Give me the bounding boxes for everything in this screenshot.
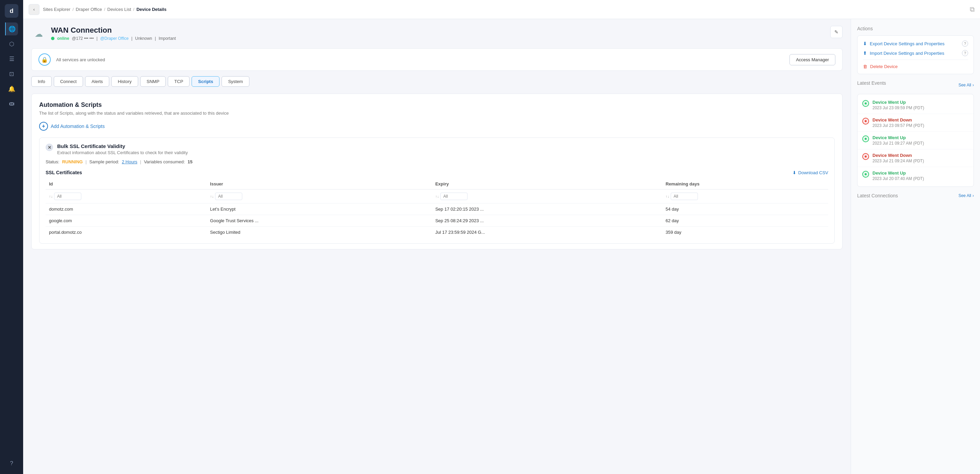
tab-info[interactable]: Info <box>31 76 52 87</box>
breadcrumb-sites[interactable]: Sites Explorer <box>43 7 70 12</box>
variables-value: 15 <box>188 159 192 164</box>
filter-remaining[interactable] <box>671 192 698 200</box>
device-office-link[interactable]: @Draper Office <box>100 36 129 41</box>
status-dot <box>51 37 54 40</box>
event-status-dot <box>862 100 869 107</box>
event-time: 2023 Jul 21 09:27 AM (PDT) <box>872 141 924 146</box>
nav-list[interactable]: ☰ <box>5 52 18 65</box>
tab-history[interactable]: History <box>111 76 138 87</box>
cell-issuer: Let's Encrypt <box>207 204 432 215</box>
nav-help[interactable]: ? <box>5 457 18 470</box>
script-status-value: RUNNING <box>62 159 83 164</box>
sample-period-value[interactable]: 2 Hours <box>122 159 137 164</box>
connections-see-all[interactable]: See All › <box>959 193 974 198</box>
export-help-icon[interactable]: ? <box>962 40 968 47</box>
table-row: domotz.com Let's Encrypt Sep 17 02:20:15… <box>46 204 828 215</box>
cell-expiry: Jul 17 23:59:59 2024 G... <box>432 227 662 238</box>
filter-id[interactable] <box>54 192 81 200</box>
event-name: Device Went Up <box>872 135 924 140</box>
event-time: 2023 Jul 21 09:24 AM (PDT) <box>872 159 924 163</box>
tab-bar: Info Connect Alerts History SNMP TCP Scr… <box>31 76 843 87</box>
export-action-link[interactable]: ⬇ Export Device Settings and Properties … <box>863 40 968 47</box>
import-help-icon[interactable]: ? <box>962 50 968 56</box>
nav-ticket[interactable]: 🎟 <box>5 97 18 110</box>
edit-device-button[interactable]: ✎ <box>830 26 843 38</box>
breadcrumb-office[interactable]: Draper Office <box>76 7 102 12</box>
filter-expiry[interactable] <box>440 192 468 200</box>
device-header: ☁ WAN Connection online @172 ••• ••• | @… <box>31 26 843 41</box>
col-issuer: Issuer <box>207 179 432 189</box>
breadcrumb-sep-2: / <box>104 7 105 12</box>
status-label: Status: <box>46 159 59 164</box>
app-logo: d <box>5 4 18 18</box>
delete-label: Delete Device <box>870 64 898 69</box>
nav-monitor[interactable]: ⊡ <box>5 67 18 80</box>
variables-label: Variables consumed: <box>144 159 185 164</box>
access-bar: 🔒 All services are unlocked Access Manag… <box>31 48 843 71</box>
tab-snmp[interactable]: SNMP <box>140 76 166 87</box>
tab-scripts[interactable]: Scripts <box>192 76 220 87</box>
script-card-header: ✕ Bulk SSL Certificate Validity Extract … <box>46 143 828 155</box>
event-item: Device Went Up 2023 Jul 21 09:27 AM (PDT… <box>858 132 974 150</box>
event-name: Device Went Up <box>872 170 924 176</box>
tab-connect[interactable]: Connect <box>54 76 83 87</box>
remove-script-button[interactable]: ✕ <box>46 143 53 151</box>
nav-globe[interactable]: 🌐 <box>5 22 18 35</box>
events-see-all[interactable]: See All › <box>959 83 974 87</box>
tab-system[interactable]: System <box>221 76 249 87</box>
ssl-section: SSL Certificates ⬇ Download CSV <box>46 170 828 238</box>
device-ip: @172 ••• ••• <box>72 36 94 41</box>
connections-header: Latest Connections See All › <box>857 193 974 198</box>
nav-cube[interactable]: ⬡ <box>5 37 18 50</box>
import-action-link[interactable]: ⬆ Import Device Settings and Properties … <box>863 50 968 56</box>
breadcrumb-current: Device Details <box>137 7 166 12</box>
script-card: ✕ Bulk SSL Certificate Validity Extract … <box>39 137 835 243</box>
table-row: google.com Google Trust Services ... Sep… <box>46 215 828 227</box>
col-id: Id <box>46 179 207 189</box>
event-time: 2023 Jul 23 09:59 PM (PDT) <box>872 105 924 110</box>
add-label: Add Automation & Scripts <box>51 124 105 129</box>
download-icon: ⬇ <box>792 170 796 175</box>
breadcrumb-devices[interactable]: Devices List <box>107 7 131 12</box>
event-time: 2023 Jul 20 07:40 AM (PDT) <box>872 176 924 181</box>
device-status: online <box>57 36 69 41</box>
table-row: portal.domotz.co Sectigo Limited Jul 17 … <box>46 227 828 238</box>
breadcrumb-sep-3: / <box>133 7 134 12</box>
script-info: Bulk SSL Certificate Validity Extract in… <box>57 143 188 155</box>
events-header: Latest Events See All › <box>857 80 974 90</box>
tab-tcp[interactable]: TCP <box>168 76 189 87</box>
ssl-title: SSL Certificates <box>46 170 82 175</box>
back-button[interactable]: ‹ <box>29 4 40 15</box>
event-text: Device Went Up 2023 Jul 23 09:59 PM (PDT… <box>872 100 924 110</box>
connections-chevron-icon: › <box>972 193 974 198</box>
access-manager-button[interactable]: Access Manager <box>789 54 835 65</box>
event-item: Device Went Up 2023 Jul 23 09:59 PM (PDT… <box>858 96 974 114</box>
event-name: Device Went Down <box>872 153 924 158</box>
events-title: Latest Events <box>857 80 886 86</box>
download-csv-link[interactable]: ⬇ Download CSV <box>792 170 828 175</box>
event-item: Device Went Down 2023 Jul 23 09:57 PM (P… <box>858 114 974 132</box>
event-name: Device Went Up <box>872 100 924 105</box>
delete-device-action[interactable]: 🗑 Delete Device <box>863 60 968 69</box>
cell-expiry: Sep 17 02:20:15 2023 ... <box>432 204 662 215</box>
cell-remaining: 62 day <box>662 215 828 227</box>
access-text: All services are unlocked <box>56 57 784 62</box>
breadcrumb-sep-1: / <box>73 7 74 12</box>
filter-issuer[interactable] <box>215 192 242 200</box>
right-sidebar: Actions ⬇ Export Device Settings and Pro… <box>851 19 980 474</box>
device-name: WAN Connection <box>51 26 176 35</box>
col-expiry: Expiry <box>432 179 662 189</box>
device-meta: online @172 ••• ••• | @Draper Office | U… <box>51 36 176 41</box>
events-box: Device Went Up 2023 Jul 23 09:59 PM (PDT… <box>857 94 974 187</box>
cell-issuer: Google Trust Services ... <box>207 215 432 227</box>
event-status-dot <box>862 135 869 142</box>
event-name: Device Went Down <box>872 118 924 122</box>
nav-bell[interactable]: 🔔 <box>5 82 18 95</box>
add-automation-button[interactable]: + Add Automation & Scripts <box>39 122 835 130</box>
left-navigation: d 🌐 ⬡ ☰ ⊡ 🔔 🎟 ? <box>0 0 23 474</box>
import-label: Import Device Settings and Properties <box>870 51 944 56</box>
book-icon[interactable]: ⧉ <box>970 5 975 13</box>
tab-alerts[interactable]: Alerts <box>85 76 109 87</box>
event-text: Device Went Down 2023 Jul 21 09:24 AM (P… <box>872 153 924 163</box>
sample-period-label: Sample period: <box>89 159 119 164</box>
